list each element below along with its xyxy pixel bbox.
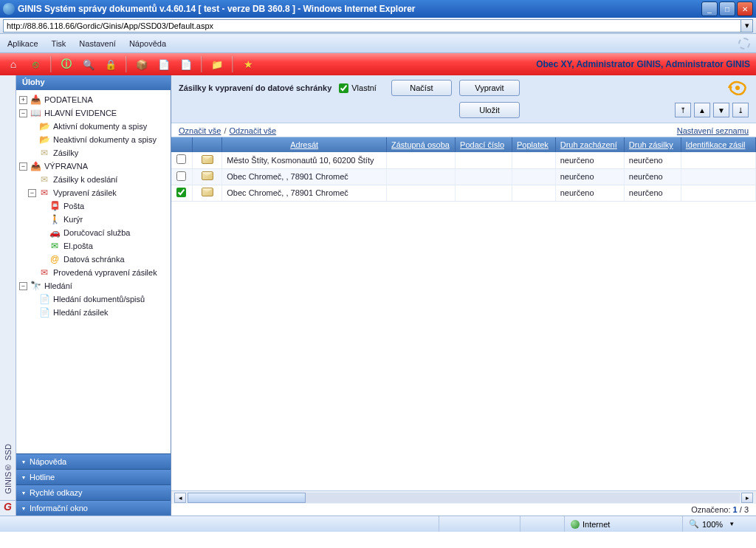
tree-expander-icon[interactable]: − <box>19 162 27 171</box>
horizontal-scrollbar[interactable]: ◂ ▸ <box>171 490 756 504</box>
window-minimize-button[interactable]: _ <box>701 1 718 16</box>
ulozit-button[interactable]: Uložit <box>459 102 520 118</box>
email-icon: ✉ <box>49 241 61 251</box>
tree-node[interactable]: 📮Pošta <box>18 199 169 213</box>
archive-icon[interactable]: 📦 <box>134 57 149 72</box>
tree-node[interactable]: ✉Provedená vypravení zásilek <box>18 266 169 279</box>
scroll-up-button[interactable]: ▲ <box>694 103 710 117</box>
nacist-button[interactable]: Načíst <box>391 80 452 96</box>
row-checkbox[interactable] <box>176 154 186 164</box>
app-menu-bar: Aplikace Tisk Nastavení Nápověda <box>0 34 756 53</box>
tree-node[interactable]: −🔭Hledání <box>18 279 169 292</box>
vertical-tab-ssd[interactable]: GINIS® SSD <box>2 438 14 500</box>
table-row[interactable]: Obec Chromeč, , 78901 Chromečneurčenoneu… <box>171 185 756 201</box>
checkbox-vlastni[interactable] <box>339 83 348 93</box>
footer-informacni-okno[interactable]: ▾Informační okno <box>16 500 171 516</box>
scrollbar-track[interactable] <box>188 493 740 503</box>
table-row[interactable]: Město Štíty, Kosmonautů 10, 60200 Štítyn… <box>171 152 756 168</box>
column-druh-zachazeni[interactable]: Druh zacházení <box>555 137 624 152</box>
footer-rychle-odkazy[interactable]: ▾Rychlé odkazy <box>16 484 171 500</box>
column-poplatek[interactable]: Poplatek <box>512 137 556 152</box>
tree-node[interactable]: ✉Zásilky k odeslání <box>18 173 169 186</box>
car-icon: 🚗 <box>49 227 61 238</box>
tree-header: Úlohy <box>16 75 171 90</box>
scroll-left-button[interactable]: ◂ <box>174 493 186 503</box>
address-dropdown-button[interactable]: ▾ <box>741 19 753 32</box>
scroll-right-button[interactable]: ▸ <box>741 493 753 503</box>
favorite-icon[interactable]: ★ <box>241 57 255 72</box>
menu-tisk[interactable]: Tisk <box>52 39 66 48</box>
tree-node-label: Kurýr <box>63 215 83 224</box>
page-title: Zásilky k vypravení do datové schránky <box>179 83 331 92</box>
row-checkbox[interactable] <box>176 188 186 197</box>
vypravit-button[interactable]: Vypravit <box>459 80 520 96</box>
window-maximize-button[interactable]: □ <box>719 1 735 16</box>
tree-node[interactable]: 📂Aktivní dokumenty a spisy <box>18 120 169 133</box>
user-info-label: Obec XY, Administrator GINIS, Administra… <box>536 59 750 69</box>
folder-up-icon[interactable]: 📁 <box>210 57 224 72</box>
tree-node-label: HLAVNÍ EVIDENCE <box>44 109 117 117</box>
list-settings-link[interactable]: Nastavení seznamu <box>677 126 749 135</box>
tree-node[interactable]: +📥PODATELNA <box>18 93 169 106</box>
lock-icon[interactable]: 🔒 <box>103 57 118 72</box>
tree-expander-icon[interactable]: − <box>19 282 27 290</box>
scroll-top-button[interactable]: ⤒ <box>675 103 691 117</box>
scroll-bottom-button[interactable]: ⤓ <box>732 103 749 117</box>
scroll-down-button[interactable]: ▼ <box>713 103 729 117</box>
zoom-icon: 🔍 <box>689 519 699 529</box>
footer-hotline[interactable]: ▾Hotline <box>16 469 171 484</box>
tree-node[interactable]: 🚗Doručovací služba <box>18 226 169 239</box>
tree-node[interactable]: 📄Hledání zásilek <box>18 306 169 319</box>
tree-node[interactable]: @Datová schránka <box>18 253 169 266</box>
status-zoom[interactable]: 🔍 100% ▼ <box>682 516 756 532</box>
tree-node[interactable]: ✉Zásilky <box>18 146 169 160</box>
content-header: Zásilky k vypravení do datové schránky V… <box>171 75 756 123</box>
column-identifikace[interactable]: Identifikace zásil <box>681 137 755 152</box>
tree-node[interactable]: 📄Hledání dokumentů/spisů <box>18 292 169 306</box>
tree-expander-icon[interactable]: − <box>19 109 27 117</box>
tree-node[interactable]: 🚶Kurýr <box>18 213 169 226</box>
cell-adresat: Obec Chromeč, , 78901 Chromeč <box>222 168 387 185</box>
toolbar-separator <box>232 56 233 72</box>
menu-nastaveni[interactable]: Nastavení <box>79 39 116 48</box>
tree-expander-icon[interactable]: − <box>28 189 36 197</box>
loading-spinner-icon <box>738 38 750 49</box>
unmark-all-link[interactable]: Odznačit vše <box>230 126 277 135</box>
cell-zastupna <box>386 168 455 185</box>
status-zone: Internet <box>564 516 682 532</box>
tree-node[interactable]: −📖HLAVNÍ EVIDENCE <box>18 106 169 120</box>
column-icon[interactable] <box>192 137 221 152</box>
scrollbar-thumb[interactable] <box>188 493 306 503</box>
svg-point-0 <box>735 86 740 90</box>
column-checkbox[interactable] <box>171 137 192 152</box>
home-icon[interactable]: ⌂ <box>6 57 21 72</box>
mail-logo-icon <box>726 80 749 96</box>
tree-node[interactable]: −✉Vypravení zásilek <box>18 186 169 199</box>
search-icon[interactable]: 🔍 <box>81 57 96 72</box>
column-podaci[interactable]: Podací číslo <box>456 137 512 152</box>
envelope-icon <box>202 171 213 180</box>
column-druh-zasilky[interactable]: Druh zásilky <box>624 137 681 152</box>
checkbox-vlastni-wrap[interactable]: Vlastní <box>339 83 377 93</box>
exit-icon[interactable]: ⎋ <box>28 57 43 72</box>
column-zastupna[interactable]: Zástupná osoba <box>386 137 455 152</box>
address-input[interactable] <box>3 19 741 32</box>
document-icon[interactable]: 📄 <box>157 57 171 72</box>
tree-node[interactable]: 📂Neaktivní dokumenty a spisy <box>18 133 169 146</box>
menu-napoveda[interactable]: Nápověda <box>129 39 166 48</box>
browser-status-bar: Internet 🔍 100% ▼ <box>0 516 756 532</box>
tree-node-label: Neaktivní dokumenty a spisy <box>53 135 157 144</box>
document-add-icon[interactable]: 📄 <box>179 57 193 72</box>
mark-all-link[interactable]: Označit vše <box>179 126 221 135</box>
cell-druh-zasilky: neurčeno <box>624 152 681 168</box>
tree-node[interactable]: ✉El.pošta <box>18 239 169 253</box>
tree-expander-icon[interactable]: + <box>19 96 27 104</box>
info-icon[interactable]: ⓘ <box>59 57 74 72</box>
column-adresat[interactable]: Adresát <box>222 137 387 152</box>
footer-napoveda[interactable]: ▾Nápověda <box>16 453 171 469</box>
row-checkbox[interactable] <box>176 171 186 181</box>
tree-node[interactable]: −📤VÝPRAVNA <box>18 160 169 173</box>
table-row[interactable]: Obec Chromeč, , 78901 Chromečneurčenoneu… <box>171 168 756 185</box>
window-close-button[interactable]: ✕ <box>737 1 753 16</box>
menu-aplikace[interactable]: Aplikace <box>7 39 38 48</box>
